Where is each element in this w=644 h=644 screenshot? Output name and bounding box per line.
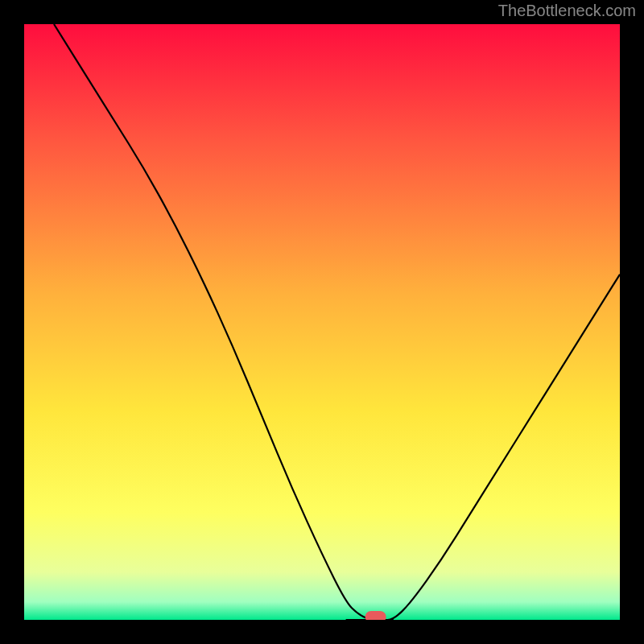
plot-area: [24, 24, 620, 620]
optimal-marker: [365, 611, 386, 620]
chart-svg: [24, 24, 620, 620]
chart-frame: TheBottleneck.com: [0, 0, 644, 644]
watermark-text: TheBottleneck.com: [498, 2, 636, 20]
gradient-background: [24, 24, 620, 620]
